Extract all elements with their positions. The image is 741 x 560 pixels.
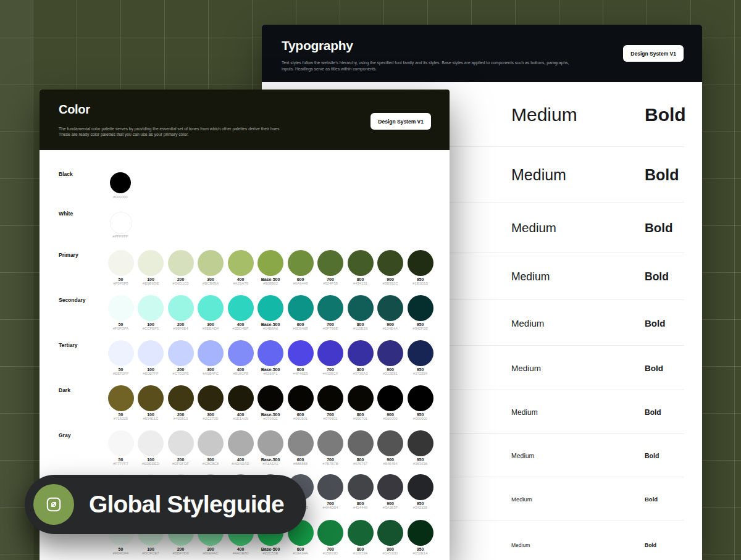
color-swatch: 700#7B7B7B [316, 430, 346, 466]
color-swatch-scale-label: 950 [417, 458, 424, 462]
color-swatch: 900#545454 [375, 430, 406, 466]
color-swatch-dot [348, 474, 374, 500]
color-swatch-scale-label: 900 [387, 412, 394, 417]
color-swatch-dot [377, 474, 403, 500]
color-swatch-scale-label: 50 [119, 367, 124, 372]
color-swatch: 800#090701 [345, 385, 375, 420]
color-swatch: 400#1E1A09 [225, 385, 256, 420]
color-swatch-hex: #4F46E5 [293, 372, 308, 375]
color-swatch-hex: #14532D [383, 551, 398, 555]
color-swatch-scale-label: Base-500 [261, 277, 280, 282]
color-swatch-hex: #CCFBF1 [143, 327, 159, 330]
color-swatch-dot [317, 520, 343, 546]
color-swatch-dot [168, 340, 194, 366]
color-swatch-hex: #F0FDFA [113, 327, 129, 330]
color-swatch-hex: #594E1C [143, 417, 158, 420]
color-swatch-dot [317, 250, 343, 276]
type-sample-medium: Medium [511, 220, 556, 235]
color-swatch-dot [377, 340, 403, 366]
color-swatch-hex: #166534 [353, 551, 367, 555]
color-swatch-dot [138, 430, 164, 456]
color-header: Color The fundamental color palette serv… [40, 90, 450, 150]
color-swatch-hex: #1E1A09 [233, 417, 248, 420]
type-sample-medium: Medium [511, 496, 532, 503]
color-swatch-scale-label: 200 [177, 458, 185, 462]
color-swatch-dot [377, 520, 403, 546]
typography-title: Typography [282, 38, 353, 53]
color-swatch-dot [138, 385, 164, 411]
color-swatch: 50#F5F3F0 [106, 250, 136, 285]
color-swatch: 300#5EEAD4 [196, 295, 226, 330]
color-swatch-scale-label: 50 [119, 322, 124, 327]
color-swatch-scale-label: 100 [147, 458, 154, 462]
palette-row: Gray50#F7F7F7100#EDEDED200#DFDFDF300#C8C… [40, 430, 450, 475]
color-swatch: 400#ADADAD [225, 430, 256, 466]
color-swatch: 300#2C270D [196, 385, 226, 420]
color-swatch-dot [257, 340, 283, 366]
color-swatch-hex: #818CF8 [233, 372, 248, 375]
color-swatch-dot [408, 295, 433, 321]
color-swatch-hex: #090701 [353, 417, 367, 420]
color-swatch-scale-label: 400 [237, 458, 245, 462]
color-swatch: 50#F7F7F7 [106, 430, 136, 466]
color-swatch-scale-label: 50 [119, 547, 124, 551]
design-system-version-button-color[interactable]: Design System V1 [371, 113, 431, 130]
color-swatch-dot [408, 250, 433, 276]
color-swatch: 700#070601 [316, 385, 346, 420]
typography-header: Typography Text styles follow the websit… [262, 25, 702, 82]
color-swatch-dot [228, 295, 254, 321]
color-swatch-hex: #3730A3 [353, 372, 367, 375]
color-swatch-hex: #403813 [174, 417, 188, 420]
color-swatch-hex: #A5B4FC [203, 372, 219, 375]
color-swatch-scale-label: 300 [207, 458, 214, 462]
type-sample-bold: Bold [645, 408, 661, 417]
color-swatch-hex: #1E1D15 [412, 282, 428, 285]
palette-row: Tertiary50#EEF2FF100#E0E7FF200#C7D2FE300… [40, 340, 450, 385]
color-swatch-dot [168, 295, 194, 321]
color-swatch-dot [348, 430, 374, 456]
color-swatch-hex: #042F2E [412, 327, 427, 330]
color-swatch-dot [348, 520, 374, 546]
type-sample-bold: Bold [645, 318, 665, 328]
global-styleguide-badge[interactable]: Global Styleguide [25, 475, 306, 534]
color-swatch-dot [348, 250, 374, 276]
color-swatch-hex: #134E4A [383, 327, 398, 330]
color-swatch-dot [257, 295, 283, 321]
color-swatch-scale-label: 400 [237, 547, 245, 551]
color-swatch-hex: #86EFAC [203, 551, 219, 555]
color-swatch: 200#D6D1C0 [165, 250, 196, 285]
color-swatch-hex: #C8C8C8 [203, 462, 219, 466]
color-swatch-scale-label: 300 [207, 277, 214, 282]
color-swatch-hex: #363636 [413, 462, 427, 466]
type-sample-bold: Bold [645, 166, 679, 184]
color-swatch-hex: #BBF7D0 [172, 551, 188, 555]
color-swatch-dot [168, 250, 194, 276]
color-swatch-dot [228, 430, 254, 456]
color-swatch-dot [288, 250, 314, 276]
color-swatch: 700#4338CA [316, 340, 346, 375]
color-swatch-dot [198, 385, 224, 411]
color-swatch-dot [168, 430, 194, 456]
color-swatch-hex: #14B8A6 [263, 327, 278, 330]
color-swatch-scale-label: 200 [177, 277, 185, 282]
design-system-version-button-typography[interactable]: Design System V1 [623, 45, 684, 62]
color-swatch-hex: #F0FDF4 [113, 551, 128, 555]
color-swatch-hex: #312E81 [383, 372, 398, 375]
color-swatch-hex: #F7F7F7 [113, 462, 128, 466]
color-swatch: 50#716325 [106, 385, 136, 420]
color-swatch-scale-label: 900 [387, 501, 394, 506]
color-swatch-scale-label: 400 [237, 412, 245, 417]
palette-name: Gray [59, 432, 70, 438]
color-swatch: 900#134E4A [375, 295, 406, 330]
palette-name: Primary [59, 252, 78, 258]
color-swatch-scale-label: 950 [417, 501, 424, 506]
type-sample-bold: Bold [645, 364, 663, 373]
color-swatch-scale-label: 600 [297, 277, 304, 282]
color-swatch-hex: #EEF2FF [113, 372, 129, 375]
color-swatch-scale-label: 700 [327, 277, 334, 282]
color-swatch-hex: #115E59 [353, 327, 368, 330]
color-swatch-dot [138, 295, 164, 321]
color-swatch: 900#312E81 [375, 340, 406, 375]
type-sample-medium: Medium [511, 270, 550, 283]
color-swatch-dot [257, 430, 283, 456]
